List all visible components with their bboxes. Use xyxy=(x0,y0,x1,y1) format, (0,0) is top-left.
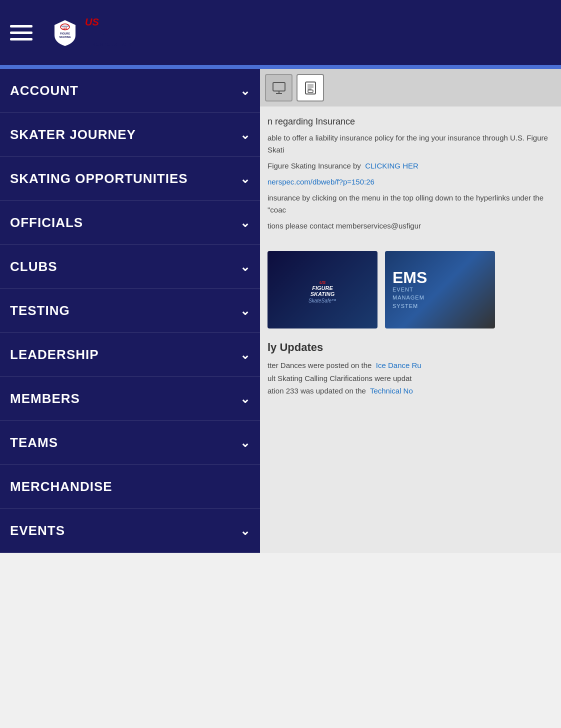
chevron-down-icon-clubs: ⌄ xyxy=(240,260,250,274)
updates-section: ly Updates tter Dances were posted on th… xyxy=(260,334,561,405)
chevron-down-icon-members: ⌄ xyxy=(240,392,250,406)
ems-subtitle-text: EVENT MANAGEM SYSTEM xyxy=(392,286,424,310)
sidebar-item-members-label: MEMBERS xyxy=(10,391,80,406)
sidebar-item-account-label: ACCOUNT xyxy=(10,83,78,98)
ems-thumbnail[interactable]: EMS EVENT MANAGEM SYSTEM xyxy=(385,251,495,328)
skatesafe-logo-svg: US FIGURE SKATING SkateSafe™ xyxy=(292,275,352,305)
updates-text-1: tter Dances were posted on the Ice Dance… xyxy=(268,359,554,372)
svg-text:SKATING: SKATING xyxy=(59,36,70,38)
sidebar-item-skating-opportunities[interactable]: SKATING OPPORTUNITIES ⌄ xyxy=(0,157,260,201)
sidebar-item-events[interactable]: EVENTS ⌄ xyxy=(0,509,260,553)
svg-text:SkateSafe™: SkateSafe™ xyxy=(308,298,336,304)
chevron-down-icon-skating-opportunities: ⌄ xyxy=(240,172,250,186)
monitor-icon-button[interactable] xyxy=(265,74,292,102)
insurance-link2: nerspec.com/dbweb/f?p=150:26 xyxy=(268,176,554,188)
header: US FIGURE SKATING US FIGURE SKATING MEMB… xyxy=(0,0,561,65)
ice-dance-link[interactable]: Ice Dance Ru xyxy=(376,361,422,370)
svg-rect-4 xyxy=(273,82,285,91)
sidebar-item-skater-journey[interactable]: SKATER JOURNEY ⌄ xyxy=(0,113,260,157)
book-icon-button[interactable] xyxy=(296,74,324,102)
sidebar-item-skating-opportunities-label: SKATING OPPORTUNITIES xyxy=(10,171,188,186)
sidebar-item-clubs-label: CLUBS xyxy=(10,259,58,274)
ems-title-text: EMS xyxy=(392,270,427,286)
logo-shield-icon: US FIGURE SKATING xyxy=(50,15,80,50)
chevron-down-icon-account: ⌄ xyxy=(240,84,250,98)
sidebar-item-leadership-label: LEADERSHIP xyxy=(10,347,99,362)
sidebar-item-officials[interactable]: OFFICIALS ⌄ xyxy=(0,201,260,245)
insurance-para3: insurance by clicking on the menu in the… xyxy=(268,192,554,216)
sidebar-item-account[interactable]: ACCOUNT ⌄ xyxy=(0,69,260,113)
sidebar-item-members[interactable]: MEMBERS ⌄ xyxy=(0,377,260,421)
hamburger-menu-button[interactable] xyxy=(10,20,35,45)
technical-note-link[interactable]: Technical No xyxy=(370,386,413,395)
insurance-para2-text: Figure Skating Insurance by xyxy=(268,162,361,170)
insurance-para1: able to offer a liability insurance poli… xyxy=(268,132,554,156)
sidebar-item-leadership[interactable]: LEADERSHIP ⌄ xyxy=(0,333,260,377)
insurance-para2: Figure Skating Insurance by CLICKING HER xyxy=(268,160,554,172)
updates-title: ly Updates xyxy=(268,341,554,354)
updates-text-2: ult Skating Calling Clarifications were … xyxy=(268,372,554,385)
skatesafe-thumbnail[interactable]: US FIGURE SKATING SkateSafe™ xyxy=(268,251,378,328)
content-area: n regarding Insurance able to offer a li… xyxy=(260,69,561,553)
sidebar-item-skater-journey-label: SKATER JOURNEY xyxy=(10,127,136,142)
sidebar-item-teams[interactable]: TEAMS ⌄ xyxy=(0,421,260,465)
updates-text-3: ation 233 was updated on the Technical N… xyxy=(268,384,554,398)
clicking-here-link[interactable]: CLICKING HER xyxy=(365,162,418,170)
chevron-down-icon-teams: ⌄ xyxy=(240,436,250,450)
chevron-down-icon-testing: ⌄ xyxy=(240,304,250,318)
updates-text-1-prefix: tter Dances were posted on the xyxy=(268,361,372,370)
svg-text:US: US xyxy=(320,280,326,285)
logo: US FIGURE SKATING US FIGURE SKATING MEMB… xyxy=(50,15,138,50)
chevron-down-icon-events: ⌄ xyxy=(240,524,250,538)
svg-text:FIGURE: FIGURE xyxy=(60,32,70,35)
sidebar-item-events-label: EVENTS xyxy=(10,523,65,538)
updates-text-3-prefix: ation 233 was updated on the xyxy=(268,386,366,395)
insurance-para4: tions please contact memberservices@usfi… xyxy=(268,220,554,232)
chevron-down-icon-officials: ⌄ xyxy=(240,216,250,230)
insurance-section: n regarding Insurance able to offer a li… xyxy=(260,106,561,246)
icon-toolbar xyxy=(260,69,561,106)
chevron-down-icon-leadership: ⌄ xyxy=(240,348,250,362)
main-layout: ACCOUNT ⌄ SKATER JOURNEY ⌄ SKATING OPPOR… xyxy=(0,69,561,553)
svg-text:SKATING: SKATING xyxy=(310,291,335,297)
sidebar-item-merchandise[interactable]: MERCHANDISE xyxy=(0,465,260,509)
sidebar-item-clubs[interactable]: CLUBS ⌄ xyxy=(0,245,260,289)
svg-text:FIGURE: FIGURE xyxy=(312,285,333,291)
logo-skating-text: SKATING xyxy=(85,28,138,41)
thumbnails-row: US FIGURE SKATING SkateSafe™ EMS EVENT M… xyxy=(260,246,561,334)
sidebar-item-testing-label: TESTING xyxy=(10,303,70,318)
sidebar-item-teams-label: TEAMS xyxy=(10,435,58,450)
sidebar-item-merchandise-label: MERCHANDISE xyxy=(10,479,112,494)
insurance-title: n regarding Insurance xyxy=(268,116,554,127)
blue-stripe-divider xyxy=(0,65,561,69)
logo-members-text: MEMBERS ONLY xyxy=(85,41,138,48)
sidebar-nav: ACCOUNT ⌄ SKATER JOURNEY ⌄ SKATING OPPOR… xyxy=(0,69,260,553)
sidebar-item-testing[interactable]: TESTING ⌄ xyxy=(0,289,260,333)
nerspec-link[interactable]: nerspec.com/dbweb/f?p=150:26 xyxy=(268,178,374,186)
chevron-down-icon-skater-journey: ⌄ xyxy=(240,128,250,142)
sidebar-item-officials-label: OFFICIALS xyxy=(10,215,83,230)
logo-text: US FIGURE SKATING MEMBERS ONLY xyxy=(85,16,138,48)
